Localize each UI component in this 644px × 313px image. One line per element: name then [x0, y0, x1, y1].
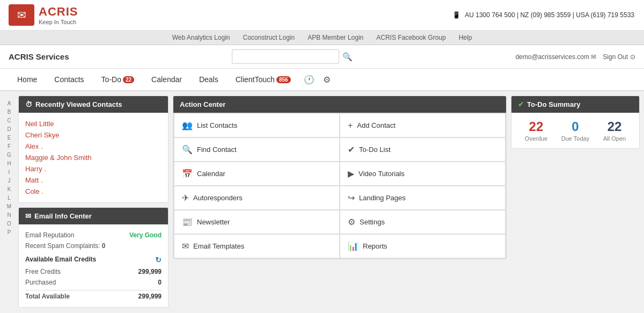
- todo-summary-card: ✔ To-Do Summary 22 Overdue 0 Due Today 2…: [511, 96, 640, 149]
- contact-link[interactable]: Matt .: [25, 174, 162, 186]
- alpha-i[interactable]: I: [4, 169, 14, 176]
- header-bar: ACRIS Services 🔍 demo@acrisservices.com …: [0, 45, 644, 69]
- contact-link[interactable]: Cole .: [25, 186, 162, 197]
- email-reputation-row: Email Reputation Very Good: [25, 230, 162, 241]
- due-today-count: 0: [561, 119, 589, 134]
- nav-deals[interactable]: Deals: [191, 69, 227, 91]
- total-row: Total Available 299,999: [25, 290, 162, 302]
- link-apb-member[interactable]: APB Member Login: [308, 34, 363, 41]
- alpha-n[interactable]: N: [4, 212, 14, 219]
- logo-text: ACRIS Keep In Touch: [39, 5, 78, 25]
- action-btn-list-contacts[interactable]: 👥List Contacts: [174, 113, 340, 137]
- todo-summary-body: 22 Overdue 0 Due Today 22 All Open: [511, 113, 639, 148]
- main-layout: ABCDEFGHIJKLMNOP ⏱ Recently Viewed Conta…: [0, 91, 644, 312]
- action-label-todo-list: To-Do List: [359, 145, 391, 154]
- todo-summary-header: ✔ To-Do Summary: [511, 96, 639, 113]
- contact-link[interactable]: Neil Little: [25, 118, 162, 129]
- clock-icon[interactable]: 🕐: [299, 70, 319, 89]
- refresh-icon[interactable]: ↻: [155, 256, 162, 264]
- nav-contacts[interactable]: Contacts: [46, 69, 92, 91]
- clienttouch-badge: 856: [276, 76, 291, 83]
- alpha-l[interactable]: L: [4, 194, 14, 202]
- action-btn-settings[interactable]: ⚙Settings: [340, 210, 506, 234]
- todo-badge: 22: [123, 76, 134, 83]
- sign-out-button[interactable]: Sign Out ⊙: [603, 53, 635, 61]
- purchased-value: 0: [158, 279, 162, 286]
- action-btn-todo-list[interactable]: ✔To-Do List: [340, 137, 506, 162]
- alpha-a[interactable]: A: [4, 100, 14, 107]
- nav-todo[interactable]: To-Do 22: [93, 69, 143, 91]
- alpha-o[interactable]: O: [4, 220, 14, 228]
- nav-home[interactable]: Home: [9, 69, 46, 91]
- contact-link[interactable]: Harry .: [25, 163, 162, 174]
- action-grid: 👥List Contacts+Add Contact🔍Find Contact✔…: [173, 113, 506, 259]
- alpha-k[interactable]: K: [4, 186, 14, 193]
- link-web-analytics[interactable]: Web Analytics Login: [172, 34, 230, 41]
- contact-link[interactable]: Maggie & John Smith: [25, 152, 162, 163]
- action-icon-landing-pages: ↪: [348, 193, 355, 203]
- alpha-h[interactable]: H: [4, 160, 14, 168]
- action-btn-email-templates[interactable]: ✉Email Templates: [174, 234, 340, 258]
- contact-link[interactable]: Alex .: [25, 141, 162, 152]
- alpha-j[interactable]: J: [4, 177, 14, 185]
- action-btn-newsletter[interactable]: 📰Newsletter: [174, 210, 340, 234]
- search-input[interactable]: [232, 49, 339, 64]
- search-area: 🔍: [232, 49, 353, 64]
- email-header-icon: ✉: [25, 212, 31, 220]
- left-panel: ⏱ Recently Viewed Contacts Neil LittleCh…: [18, 96, 169, 308]
- nav-clienttouch[interactable]: ClientTouch 856: [227, 69, 299, 91]
- settings-icon[interactable]: ⚙: [319, 70, 335, 89]
- link-coconstruct[interactable]: Coconstruct Login: [243, 34, 295, 41]
- alpha-g[interactable]: G: [4, 151, 14, 159]
- action-center-header: Action Center: [173, 96, 506, 113]
- action-btn-calendar[interactable]: 📅Calendar: [174, 162, 340, 186]
- nav-calendar[interactable]: Calendar: [143, 69, 191, 91]
- link-help[interactable]: Help: [459, 34, 472, 41]
- action-btn-add-contact[interactable]: +Add Contact: [340, 113, 506, 137]
- search-button[interactable]: 🔍: [342, 52, 353, 62]
- action-label-add-contact: Add Contact: [357, 121, 396, 129]
- action-label-calendar: Calendar: [197, 170, 225, 178]
- link-facebook[interactable]: ACRIS Facebook Group: [376, 34, 445, 41]
- action-label-newsletter: Newsletter: [197, 218, 230, 226]
- action-btn-landing-pages[interactable]: ↪Landing Pages: [340, 186, 506, 210]
- action-btn-video-tutorials[interactable]: ▶Video Tutorials: [340, 162, 506, 186]
- alpha-d[interactable]: D: [4, 126, 14, 133]
- free-credits-label: Free Credits: [25, 268, 61, 275]
- action-btn-find-contact[interactable]: 🔍Find Contact: [174, 137, 340, 162]
- alpha-m[interactable]: M: [4, 203, 14, 210]
- action-icon-find-contact: 🔍: [182, 144, 193, 155]
- alpha-e[interactable]: E: [4, 134, 14, 142]
- action-label-landing-pages: Landing Pages: [359, 194, 406, 202]
- email-info-body: Email Reputation Very Good Recent Spam C…: [19, 224, 168, 307]
- logo-sub: Keep In Touch: [39, 19, 78, 25]
- total-value: 299,999: [138, 293, 162, 300]
- recently-viewed-body: Neil LittleCheri SkyeAlex .Maggie & John…: [19, 113, 168, 202]
- contact-link[interactable]: Cheri Skye: [25, 129, 162, 141]
- signout-icon: ⊙: [630, 53, 635, 61]
- recently-viewed-card: ⏱ Recently Viewed Contacts Neil LittleCh…: [18, 96, 169, 203]
- all-open-label: All Open: [603, 135, 626, 142]
- clock-header-icon: ⏱: [25, 100, 32, 108]
- action-label-video-tutorials: Video Tutorials: [358, 170, 405, 178]
- action-icon-email-templates: ✉: [182, 241, 189, 251]
- credits-title-row: Available Email Credits ↻: [25, 256, 162, 264]
- action-center-card: Action Center 👥List Contacts+Add Contact…: [173, 96, 507, 259]
- action-icon-list-contacts: 👥: [182, 120, 193, 130]
- action-icon-newsletter: 📰: [182, 217, 193, 227]
- due-today-col: 0 Due Today: [561, 119, 589, 142]
- all-open-col: 22 All Open: [603, 119, 626, 142]
- check-icon: ✔: [518, 100, 524, 108]
- top-bar: ACRIS Keep In Touch 📱 AU 1300 764 500 | …: [0, 0, 644, 31]
- alpha-c[interactable]: C: [4, 117, 14, 125]
- logo-area: ACRIS Keep In Touch: [9, 4, 78, 26]
- action-icon-add-contact: +: [348, 121, 353, 130]
- action-btn-reports[interactable]: 📊Reports: [340, 234, 506, 258]
- action-label-email-templates: Email Templates: [193, 242, 244, 250]
- action-btn-autoresponders[interactable]: ✈Autoresponders: [174, 186, 340, 210]
- logo-icon: [9, 4, 34, 26]
- alpha-b[interactable]: B: [4, 108, 14, 116]
- action-label-settings: Settings: [360, 218, 385, 226]
- alpha-f[interactable]: F: [4, 143, 14, 150]
- alpha-p[interactable]: P: [4, 229, 14, 236]
